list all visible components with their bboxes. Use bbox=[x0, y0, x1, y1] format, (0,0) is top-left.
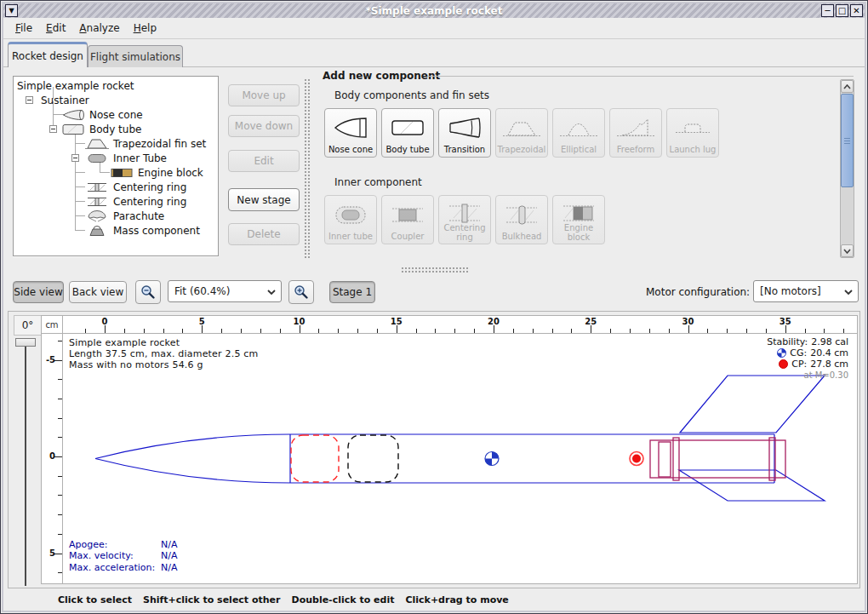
side-view-button[interactable]: Side view bbox=[13, 281, 64, 303]
component-panel-scrollbar[interactable] bbox=[840, 79, 854, 258]
add-engine-block-button[interactable]: Engine block bbox=[552, 195, 605, 244]
tree-item-inner-tube[interactable]: Inner Tube bbox=[85, 151, 167, 165]
cg-marker bbox=[485, 452, 499, 466]
nose-cone-icon bbox=[332, 116, 369, 140]
tree-connector bbox=[75, 201, 85, 202]
window-menu-icon[interactable]: ▼ bbox=[5, 4, 18, 17]
tree-item-nose-cone[interactable]: Nose cone bbox=[61, 107, 143, 122]
transition-icon bbox=[446, 116, 483, 140]
close-icon[interactable]: ✕ bbox=[850, 4, 863, 17]
expander-icon[interactable] bbox=[26, 96, 33, 104]
cp-label: CP: bbox=[791, 359, 807, 370]
add-elliptical-fin-button[interactable]: Elliptical bbox=[552, 108, 605, 158]
launch-lug-icon bbox=[674, 116, 711, 140]
add-inner-tube-button[interactable]: Inner tube bbox=[324, 195, 377, 244]
tree-item-parachute[interactable]: Parachute bbox=[85, 209, 164, 223]
centering-ring-icon bbox=[446, 203, 483, 225]
centering-ring-icon bbox=[85, 181, 109, 193]
title-bar[interactable]: ▼ *Simple example rocket ─ □ ✕ bbox=[3, 3, 865, 18]
zoom-out-button[interactable] bbox=[135, 280, 161, 304]
tree-item-fin-set[interactable]: Trapezoidal fin set bbox=[85, 136, 206, 151]
rocket-dimensions: Length 37.5 cm, max. diameter 2.5 cm bbox=[69, 348, 258, 359]
rotation-slider-handle[interactable] bbox=[15, 338, 36, 347]
add-coupler-button[interactable]: Coupler bbox=[381, 195, 434, 244]
button-label: Elliptical bbox=[561, 146, 597, 155]
tree-item-mass-component[interactable]: Mass component bbox=[85, 223, 200, 238]
scrollbar-thumb[interactable] bbox=[841, 94, 854, 187]
tree-item-label: Sustainer bbox=[41, 95, 89, 106]
menu-file[interactable]: File bbox=[9, 20, 39, 37]
body-tube-icon bbox=[61, 123, 85, 135]
menu-help[interactable]: Help bbox=[127, 20, 163, 37]
zoom-level-select[interactable]: Fit (60.4%) bbox=[168, 280, 282, 302]
delete-button[interactable]: Delete bbox=[228, 223, 300, 245]
tree-item-label: Engine block bbox=[138, 167, 203, 179]
tree-item-label: Body tube bbox=[89, 123, 141, 135]
inner-tube-icon bbox=[332, 203, 369, 228]
zoom-in-button[interactable] bbox=[288, 280, 314, 304]
max-acceleration-label: Max. acceleration: bbox=[69, 562, 161, 574]
rocket-canvas[interactable]: Simple example rocket Length 37.5 cm, ma… bbox=[63, 334, 858, 584]
expander-icon[interactable] bbox=[71, 154, 79, 162]
minimize-icon[interactable]: ─ bbox=[821, 4, 834, 17]
tree-item-sustainer[interactable]: Sustainer bbox=[41, 93, 89, 107]
chevron-down-icon bbox=[843, 289, 854, 296]
tree-item-label: Simple example rocket bbox=[17, 80, 134, 92]
add-transition-button[interactable]: Transition bbox=[438, 108, 491, 158]
maximize-icon[interactable]: □ bbox=[836, 4, 848, 17]
tree-item-label: Trapezoidal fin set bbox=[113, 138, 206, 150]
rotation-slider-track[interactable] bbox=[25, 344, 26, 586]
button-label: Transition bbox=[444, 146, 485, 155]
add-freeform-fin-button[interactable]: Freeform bbox=[609, 108, 662, 158]
coupler-icon bbox=[389, 203, 426, 228]
elliptical-fin-icon bbox=[560, 116, 597, 140]
add-body-tube-button[interactable]: Body tube bbox=[381, 108, 434, 158]
move-down-button[interactable]: Move down bbox=[228, 115, 300, 137]
tree-connector bbox=[75, 172, 85, 173]
add-centering-ring-button[interactable]: Centering ring bbox=[438, 195, 491, 244]
tree-item-centering-ring-2[interactable]: Centering ring bbox=[85, 194, 186, 209]
horizontal-splitter[interactable] bbox=[401, 267, 469, 273]
vertical-splitter[interactable] bbox=[303, 77, 310, 260]
expander-icon[interactable] bbox=[49, 125, 57, 133]
tab-rocket-design[interactable]: Rocket design bbox=[8, 42, 88, 67]
add-nose-cone-button[interactable]: Nose cone bbox=[324, 108, 377, 158]
inner-tube-icon bbox=[85, 152, 109, 164]
tree-item-body-tube[interactable]: Body tube bbox=[61, 122, 141, 136]
back-view-button[interactable]: Back view bbox=[69, 281, 127, 303]
stage-1-button[interactable]: Stage 1 bbox=[329, 281, 375, 303]
engine-block-icon bbox=[560, 203, 597, 225]
add-bulkhead-button[interactable]: Bulkhead bbox=[495, 195, 548, 244]
button-label: Trapezoidal bbox=[498, 146, 546, 155]
button-label: Launch lug bbox=[670, 146, 717, 155]
scroll-up-icon[interactable] bbox=[841, 80, 854, 93]
trapezoidal-fin-icon bbox=[503, 116, 540, 140]
tree-item-centering-ring-1[interactable]: Centering ring bbox=[85, 180, 186, 194]
tab-flight-simulations[interactable]: Flight simulations bbox=[88, 45, 183, 67]
menu-analyze[interactable]: Analyze bbox=[72, 20, 126, 37]
button-label: Bulkhead bbox=[502, 232, 542, 242]
button-label: Freeform bbox=[617, 146, 655, 155]
rocket-mass: Mass with no motors 54.6 g bbox=[69, 359, 258, 370]
menu-edit[interactable]: Edit bbox=[39, 20, 72, 37]
tree-item-label: Parachute bbox=[113, 210, 164, 222]
horizontal-ruler: 05101520253035 bbox=[63, 315, 858, 334]
edit-button[interactable]: Edit bbox=[228, 150, 300, 172]
scroll-down-icon[interactable] bbox=[841, 244, 854, 257]
tree-item-rocket[interactable]: Simple example rocket bbox=[17, 78, 134, 93]
zoom-in-icon bbox=[294, 284, 309, 300]
motor-configuration-select[interactable]: [No motors] bbox=[753, 280, 859, 302]
tree-item-label: Centering ring bbox=[113, 181, 186, 193]
ruler-unit-label: cm bbox=[41, 315, 63, 334]
apogee-value: N/A bbox=[161, 539, 177, 551]
parachute-icon bbox=[85, 210, 109, 222]
stability-info: Stability: 2.98 cal CG: 20.4 cm bbox=[767, 336, 848, 381]
new-stage-button[interactable]: New stage bbox=[228, 188, 300, 211]
add-launch-lug-button[interactable]: Launch lug bbox=[666, 108, 719, 158]
tree-item-engine-block[interactable]: Engine block bbox=[110, 165, 203, 180]
hint-double-click: Double-click to edit bbox=[292, 594, 395, 605]
add-trapezoidal-fin-button[interactable]: Trapezoidal bbox=[495, 108, 548, 158]
design-tree[interactable]: Simple example rocket Sustainer Nose con… bbox=[13, 76, 219, 256]
move-up-button[interactable]: Move up bbox=[228, 84, 300, 106]
rotation-angle-value: 0° bbox=[14, 315, 42, 336]
